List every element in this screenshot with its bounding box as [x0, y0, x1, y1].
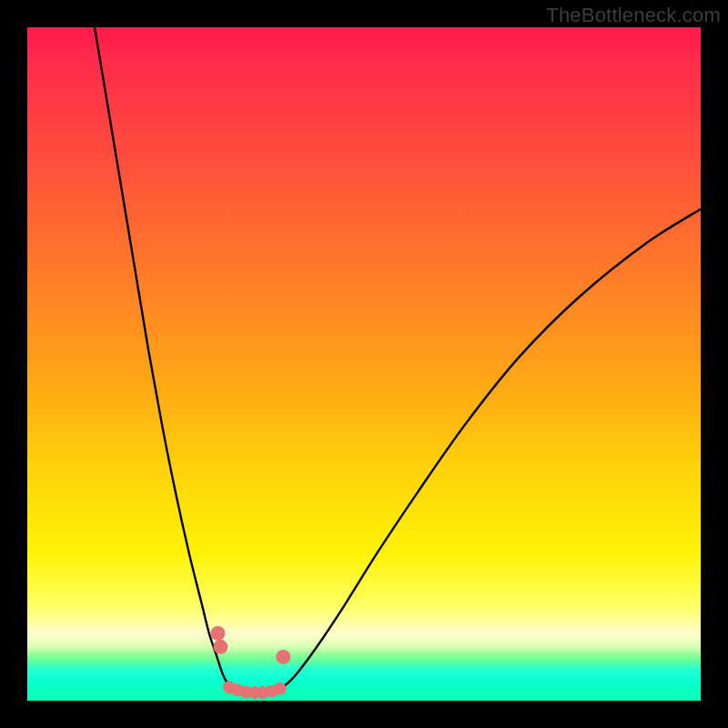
chart-frame: TheBottleneck.com [0, 0, 728, 728]
floor-markers [27, 27, 701, 701]
floor-marker [213, 640, 228, 654]
floor-marker [276, 650, 290, 664]
floor-marker [210, 626, 225, 641]
attribution-label: TheBottleneck.com [546, 4, 721, 27]
plot-area [27, 27, 701, 701]
floor-marker [274, 682, 287, 695]
marker-group [210, 626, 290, 699]
